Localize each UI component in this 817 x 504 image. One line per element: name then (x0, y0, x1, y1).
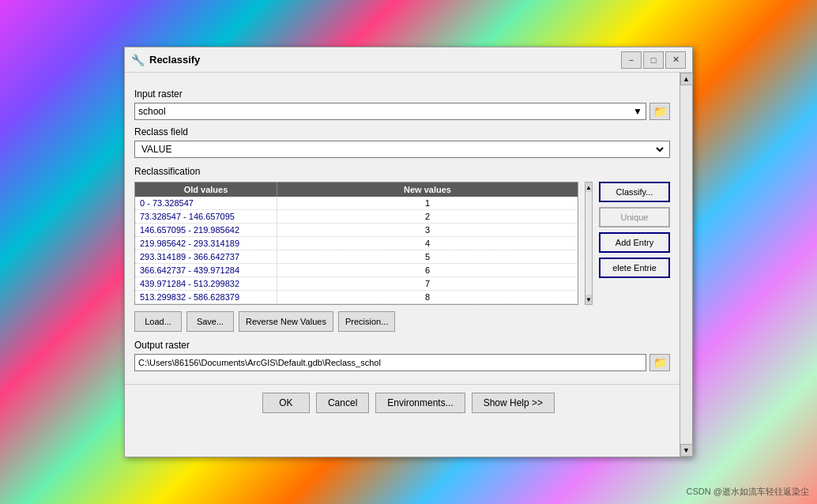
output-raster-browse-button[interactable]: 📁 (649, 354, 670, 371)
input-raster-label: Input raster (134, 88, 670, 100)
minimize-button[interactable]: − (621, 51, 642, 69)
reclass-field-label: Reclass field (134, 126, 670, 137)
table-row[interactable]: 439.971284 - 513.299832 7 (135, 277, 578, 291)
maximize-button[interactable]: □ (643, 51, 664, 69)
titlebar-left: 🔧 Reclassify (131, 54, 200, 66)
table-body: 0 - 73.328547 1 73.328547 - 146.657095 2… (135, 197, 578, 304)
classify-button[interactable]: Classify... (599, 182, 670, 202)
vertical-scrollbar[interactable]: ▲ ▼ (680, 73, 692, 457)
watermark: CSDN @逝水如流车轻往返染尘 (687, 486, 809, 498)
environments-button[interactable]: Environments... (375, 393, 465, 413)
reclassification-label: Reclassification (134, 166, 670, 177)
reclass-field-dropdown[interactable]: VALUE (134, 141, 670, 158)
scroll-track[interactable] (680, 85, 692, 444)
col-old-values: Old values (135, 182, 277, 197)
reclass-field-select[interactable]: VALUE (138, 143, 666, 156)
ok-button[interactable]: OK (262, 393, 310, 413)
close-button[interactable]: ✕ (665, 51, 686, 69)
table-scroll-track[interactable] (585, 192, 592, 295)
cell-old-value: 146.657095 - 219.985642 (135, 224, 277, 236)
table-row[interactable]: 219.985642 - 293.314189 4 (135, 237, 578, 250)
table-scroll-up[interactable]: ▲ (585, 182, 593, 192)
load-button[interactable]: Load... (134, 311, 182, 332)
cell-new-value: 8 (277, 291, 578, 303)
dialog-content: Input raster school ▼ 📁 Reclass field VA… (125, 73, 692, 381)
table-scrollbar[interactable]: ▲ ▼ (585, 182, 593, 305)
input-raster-dropdown[interactable]: school ▼ (134, 103, 646, 120)
save-button[interactable]: Save... (186, 311, 234, 332)
reclassification-area: Old values New values 0 - 73.328547 1 73… (134, 182, 670, 305)
cell-old-value: 366.642737 - 439.971284 (135, 264, 277, 276)
cell-old-value: 293.314189 - 366.642737 (135, 250, 277, 263)
add-entry-button[interactable]: Add Entry (599, 232, 670, 253)
cell-new-value: 1 (277, 197, 578, 209)
input-raster-value: school (138, 106, 166, 117)
cell-new-value: 4 (277, 237, 578, 250)
cell-new-value: 6 (277, 264, 578, 276)
table-row[interactable]: 366.642737 - 439.971284 6 (135, 264, 578, 277)
output-raster-row: 📁 (134, 354, 670, 371)
input-raster-row: school ▼ 📁 (134, 103, 670, 120)
cell-old-value: 439.971284 - 513.299832 (135, 277, 277, 290)
reverse-button[interactable]: Reverse New Values (239, 311, 333, 332)
cell-new-value: 2 (277, 210, 578, 223)
cell-new-value: 5 (277, 250, 578, 263)
bottom-buttons: Load... Save... Reverse New Values Preci… (134, 311, 670, 332)
output-raster-section: Output raster 📁 (134, 340, 670, 371)
table-row[interactable]: 73.328547 - 146.657095 2 (135, 210, 578, 224)
reclassify-dialog: 🔧 Reclassify − □ ✕ ▲ ▼ Input raster scho… (124, 47, 693, 457)
reclass-field-row: VALUE (134, 141, 670, 158)
table-row[interactable]: 0 - 73.328547 1 (135, 197, 578, 210)
titlebar-controls: − □ ✕ (621, 51, 686, 69)
table-row[interactable]: 146.657095 - 219.985642 3 (135, 224, 578, 237)
output-raster-input[interactable] (134, 354, 646, 371)
dropdown-arrow-icon: ▼ (633, 106, 642, 117)
unique-button[interactable]: Unique (599, 207, 670, 228)
reclassification-table: Old values New values 0 - 73.328547 1 73… (134, 182, 578, 305)
input-raster-browse-button[interactable]: 📁 (649, 103, 670, 120)
dialog-icon: 🔧 (131, 54, 145, 66)
col-new-values: New values (277, 182, 578, 197)
titlebar: 🔧 Reclassify − □ ✕ (125, 47, 692, 73)
output-raster-label: Output raster (134, 340, 670, 351)
cell-old-value: 513.299832 - 586.628379 (135, 291, 277, 303)
cancel-button[interactable]: Cancel (316, 393, 369, 413)
cell-old-value: 0 - 73.328547 (135, 197, 277, 209)
scroll-up-arrow[interactable]: ▲ (680, 73, 693, 85)
cell-old-value: 73.328547 - 146.657095 (135, 210, 277, 223)
side-buttons: Classify... Unique Add Entry elete Entri… (599, 182, 670, 305)
delete-entries-button[interactable]: elete Entrie (599, 258, 670, 278)
dialog-footer: OK Cancel Environments... Show Help >> (125, 384, 692, 421)
cell-new-value: 7 (277, 277, 578, 290)
scroll-down-arrow[interactable]: ▼ (680, 444, 693, 457)
precision-button[interactable]: Precision... (338, 311, 395, 332)
dialog-title: Reclassify (149, 54, 200, 66)
cell-old-value: 219.985642 - 293.314189 (135, 237, 277, 250)
table-row[interactable]: 293.314189 - 366.642737 5 (135, 250, 578, 264)
show-help-button[interactable]: Show Help >> (472, 393, 555, 413)
table-scroll-down[interactable]: ▼ (585, 295, 593, 304)
cell-new-value: 3 (277, 224, 578, 236)
table-row[interactable]: 513.299832 - 586.628379 8 (135, 291, 578, 304)
table-header: Old values New values (135, 182, 578, 197)
